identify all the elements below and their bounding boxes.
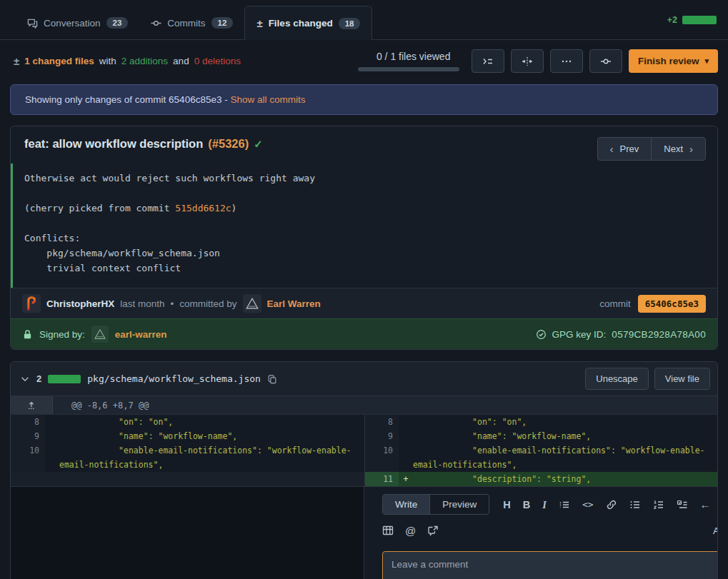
- commit-time: last month: [120, 298, 164, 309]
- conversation-count-badge: 23: [106, 17, 129, 29]
- more-options-button[interactable]: [550, 49, 583, 73]
- banner-text: Showing only changes of commit 65406c85e…: [25, 94, 228, 105]
- commit-box: feat: allow workflow description (#5326)…: [10, 126, 718, 350]
- diff-line-code[interactable]: "enable-email-notifications": "workflow-…: [59, 443, 364, 472]
- link-icon[interactable]: [606, 499, 617, 510]
- unescape-button[interactable]: Unescape: [585, 368, 649, 390]
- diff-line-number[interactable]: 9: [11, 429, 45, 443]
- files-viewed-label: 0 / 1 files viewed: [358, 51, 451, 62]
- commit-select-button[interactable]: [589, 49, 622, 73]
- whitespace-options-button[interactable]: [511, 49, 544, 73]
- bold-icon[interactable]: B: [523, 500, 530, 510]
- deletions-count: 0 deletions: [194, 56, 241, 66]
- commit-message-line: [24, 186, 706, 201]
- undo-icon[interactable]: ←: [700, 499, 711, 510]
- blockquote-icon[interactable]: [559, 499, 570, 510]
- italic-icon[interactable]: I: [542, 500, 547, 510]
- diff-line-number[interactable]: 8: [364, 415, 399, 429]
- diff-line-code[interactable]: "enable-email-notifications": "workflow-…: [413, 443, 717, 472]
- diff-row[interactable]: 8 "on": "on",8 "on": "on",: [11, 415, 717, 429]
- whitespace-icon: [522, 56, 533, 67]
- diff-file-box: 2 pkg/schema/workflow_schema.json Unesca…: [10, 361, 718, 579]
- finish-review-label: Finish review: [638, 56, 699, 66]
- commit-status-check-icon[interactable]: ✓: [254, 138, 263, 151]
- tab-conversation[interactable]: Conversation 23: [16, 6, 139, 39]
- commit-message-text: (cherry picked from commit: [24, 203, 175, 213]
- gpg-key-value: 0579CB2928A78A00: [612, 329, 706, 340]
- mention-icon[interactable]: @: [405, 525, 416, 536]
- diff-line-number[interactable]: 8: [11, 415, 45, 429]
- diff-line-code[interactable]: "name": "workflow-name",: [59, 429, 364, 443]
- diff-line-number[interactable]: 10: [11, 443, 45, 472]
- expand-hunk-button[interactable]: [11, 396, 53, 414]
- diff-line-code[interactable]: [59, 472, 364, 486]
- review-toolbar: ± 1 changed files with 2 additions and 0…: [0, 40, 728, 81]
- committer-name-link[interactable]: Earl Warren: [267, 298, 321, 309]
- diff-row[interactable]: 9 "name": "workflow-name",9 "name": "wor…: [11, 429, 717, 443]
- commit-message-line: Conflicts:: [24, 231, 706, 246]
- diff-line-code[interactable]: "on": "on",: [413, 415, 717, 429]
- numbered-list-icon[interactable]: [653, 499, 664, 510]
- diff-line-number[interactable]: [11, 472, 45, 486]
- diff-line-code[interactable]: "on": "on",: [59, 415, 364, 429]
- reference-icon[interactable]: [427, 525, 439, 536]
- copy-path-icon[interactable]: [267, 374, 277, 384]
- author-name-link[interactable]: ChristopherHX: [46, 298, 114, 309]
- commit-icon: [151, 18, 161, 29]
- chevron-right-icon: ›: [689, 144, 693, 154]
- commit-label: commit: [599, 298, 631, 309]
- view-file-button[interactable]: View file: [654, 368, 710, 390]
- file-path[interactable]: pkg/schema/workflow_schema.json: [87, 373, 261, 384]
- diff-line-code[interactable]: "name": "workflow-name",: [413, 429, 717, 443]
- table-icon[interactable]: [382, 525, 394, 536]
- tab-commits[interactable]: Commits 12: [139, 6, 244, 39]
- preview-tab[interactable]: Preview: [429, 495, 489, 514]
- diff-line-sign: [45, 443, 59, 472]
- commit-message-text: pkg/schema/workflow_schema.json: [24, 248, 220, 258]
- commit-message-line: Otherwise act would reject such workflow…: [24, 171, 706, 186]
- diff-row[interactable]: 11+ "description": "string",: [11, 472, 717, 486]
- text-size-toggle[interactable]: Aa: [713, 525, 718, 536]
- commit-message-line: (cherry picked from commit 515dd6612c): [24, 201, 706, 216]
- commit-message: Otherwise act would reject such workflow…: [11, 163, 717, 288]
- signer-avatar[interactable]: [91, 326, 109, 343]
- heading-icon[interactable]: H: [503, 500, 510, 510]
- diff-line-number[interactable]: 11: [364, 472, 399, 486]
- commit-message-text: trivial context conflict: [24, 263, 181, 273]
- show-all-commits-link[interactable]: Show all commits: [230, 94, 305, 105]
- author-avatar[interactable]: [22, 294, 41, 313]
- commit-sha-link[interactable]: 515dd6612c: [175, 203, 231, 213]
- write-tab[interactable]: Write: [383, 495, 430, 514]
- editor-toolbar-row2: @ Aa: [382, 525, 718, 536]
- diff-line-sign: [399, 415, 413, 429]
- diff-row[interactable]: 10 "enable-email-notifications": "workfl…: [11, 443, 717, 472]
- code-icon[interactable]: <>: [582, 500, 594, 509]
- next-commit-button[interactable]: Next ›: [651, 137, 706, 161]
- commit-sha-badge[interactable]: 65406c85e3: [638, 295, 706, 313]
- task-list-icon[interactable]: [677, 499, 688, 510]
- files-changed-count-badge: 18: [339, 18, 361, 29]
- diff-line-sign: [399, 443, 413, 472]
- prev-commit-button[interactable]: ‹ Prev: [597, 137, 652, 161]
- changed-files-link[interactable]: 1 changed files: [24, 56, 94, 66]
- gpg-info: GPG key ID: 0579CB2928A78A00: [536, 329, 706, 340]
- issue-ref-link[interactable]: (#5326): [208, 137, 249, 151]
- commit-sha-wrap: commit 65406c85e3: [599, 295, 706, 313]
- diff-line-number[interactable]: 9: [364, 429, 399, 443]
- conversation-icon: [27, 18, 38, 29]
- commit-message-text: Otherwise act would reject such workflow…: [24, 173, 315, 183]
- diff-line-code[interactable]: "description": "string",: [413, 472, 717, 486]
- tab-files-changed[interactable]: ± Files changed 18: [244, 6, 372, 40]
- diff-line-sign: [45, 472, 59, 486]
- diff-line-number[interactable]: 10: [364, 443, 399, 472]
- comment-input[interactable]: [382, 551, 718, 579]
- signer-name-link[interactable]: earl-warren: [115, 329, 167, 340]
- committer-avatar[interactable]: [243, 294, 261, 313]
- file-tree-toggle-button[interactable]: [472, 49, 504, 73]
- bullet-list-icon[interactable]: [629, 499, 641, 510]
- commit-filter-banner: Showing only changes of commit 65406c85e…: [10, 84, 718, 115]
- finish-review-button[interactable]: Finish review ▾: [629, 49, 718, 73]
- pr-tab-bar: Conversation 23 Commits 12 ± Files chang…: [0, 0, 728, 40]
- gpg-key-label: GPG key ID:: [552, 329, 607, 340]
- collapse-file-chevron-icon[interactable]: [20, 374, 30, 384]
